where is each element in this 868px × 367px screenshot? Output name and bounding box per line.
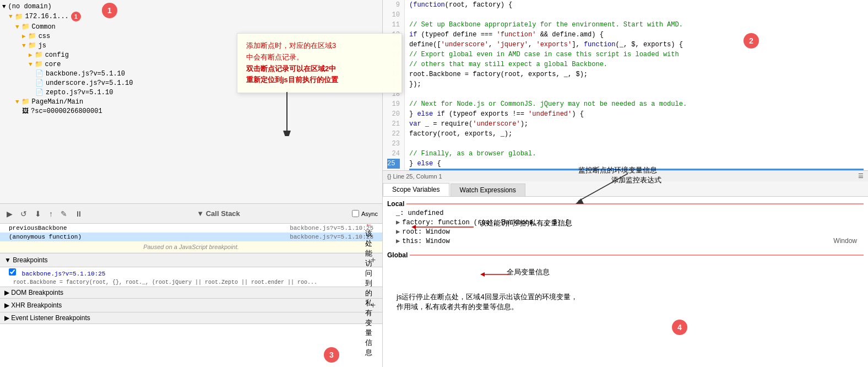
tab-watch-expressions[interactable]: Watch Expressions bbox=[451, 184, 525, 196]
add-xhr-button[interactable]: + bbox=[368, 300, 378, 310]
call-stack-row[interactable]: previousBackbone backbone.js?v=5.1.10:25 bbox=[0, 224, 382, 233]
var-item-this[interactable]: ▶this: Window bbox=[387, 236, 864, 246]
var-item-underscore: _: undefined bbox=[387, 209, 864, 218]
local-underline bbox=[406, 203, 864, 204]
step-into-button[interactable]: ⬇ bbox=[32, 208, 44, 219]
status-text: {} Line 25, Column 1 bbox=[387, 173, 442, 180]
code-line-11: if (typeof define === 'function' && defi… bbox=[409, 30, 864, 40]
code-line-16: }); bbox=[409, 79, 864, 89]
tree-item-pagemain[interactable]: ▼ 📁 PageMain/Main bbox=[0, 97, 382, 106]
add-breakpoint-button[interactable]: + bbox=[368, 255, 378, 265]
global-header: Global bbox=[387, 250, 864, 260]
cs-location: backbone.js?v=5.1.10:25 bbox=[290, 225, 373, 231]
bottom-area: ▶ ↺ ⬇ ↑ ✎ ⏸ ▼ Call Stack Async previousB… bbox=[0, 204, 382, 367]
badge-region-2: 2 bbox=[744, 33, 759, 48]
var-item-factory[interactable]: ▶factory: function (root, Backbone, _, $… bbox=[387, 218, 864, 227]
bp-filename: backbone.js?v=5.1.10:25 bbox=[22, 271, 106, 277]
tree-item-sc[interactable]: 🖼 ?sc=00000266800001 bbox=[0, 106, 382, 116]
code-line-18: // Next for Node.js or CommonJS. jQuery … bbox=[409, 99, 864, 109]
code-line-14: // others that may still expect a global… bbox=[409, 60, 864, 69]
cs-function-name: previousBackbone bbox=[9, 225, 67, 231]
tab-scope-variables[interactable]: Scope Variables bbox=[383, 183, 449, 196]
dom-bp-title: ▶ DOM Breakpoints bbox=[4, 289, 63, 296]
tree-label: ?sc=00000266800001 bbox=[31, 107, 102, 115]
pause-button[interactable]: ⏸ bbox=[73, 208, 85, 219]
code-area: 9 10 11 12 13 14 15 16 17 18 19 20 21 22… bbox=[383, 0, 868, 170]
global-section: Global bbox=[383, 248, 868, 262]
bottom-tabs: Scope Variables Watch Expressions bbox=[383, 181, 868, 197]
tree-label: backbone.js?v=5.1.10 bbox=[46, 70, 125, 78]
play-button[interactable]: ▶ bbox=[4, 208, 15, 219]
code-line-10 bbox=[409, 10, 864, 20]
tree-label: (no domain) bbox=[8, 3, 52, 10]
code-content[interactable]: (function(root, factory) { // Set up Bac… bbox=[405, 0, 868, 170]
breakpoints-section: ▼ Breakpoints + backbone.js?v=5.1.10:25 … bbox=[0, 253, 382, 287]
breakpoint-item: backbone.js?v=5.1.10:25 bbox=[0, 267, 382, 278]
local-label: Local bbox=[387, 200, 404, 208]
folder-icon: ▼ bbox=[15, 99, 19, 105]
dom-breakpoints-header[interactable]: ▶ DOM Breakpoints bbox=[0, 287, 382, 298]
folder-icon: ▼ bbox=[15, 24, 19, 30]
async-label: Async bbox=[361, 211, 378, 217]
local-section: Local _: undefined ▶factory: function (r… bbox=[383, 197, 868, 248]
xhr-breakpoints-header[interactable]: ▶ XHR Breakpoints + bbox=[0, 299, 382, 312]
tree-label: config bbox=[45, 51, 69, 59]
expand-icon: ▼ bbox=[2, 3, 6, 10]
code-line-15: root.Backbone = factory(root, exports, _… bbox=[409, 69, 864, 79]
call-stack-rows: previousBackbone backbone.js?v=5.1.10:25… bbox=[0, 224, 382, 241]
breakpoints-title: ▼ Breakpoints bbox=[4, 256, 48, 264]
call-stack-section: previousBackbone backbone.js?v=5.1.10:25… bbox=[0, 224, 382, 253]
global-label: Global bbox=[387, 251, 408, 259]
global-value: Window bbox=[833, 237, 857, 245]
tree-label: Common bbox=[32, 23, 56, 31]
scrollbar-icon: ☰ bbox=[858, 172, 864, 180]
code-line-9: (function(root, factory) { bbox=[409, 0, 864, 10]
breakpoints-header: ▼ Breakpoints + bbox=[0, 253, 382, 267]
tree-label: 172.16.1... bbox=[25, 13, 69, 20]
code-editor: 9 10 11 12 13 14 15 16 17 18 19 20 21 22… bbox=[383, 0, 868, 170]
folder-icon: ▶ bbox=[29, 51, 32, 58]
tree-item-no-domain[interactable]: ▼ (no domain) bbox=[0, 2, 382, 11]
call-stack-row-selected[interactable]: (anonymous function) backbone.js?v=5.1.1… bbox=[0, 233, 382, 241]
event-breakpoints-header[interactable]: ▶ Event Listener Breakpoints bbox=[0, 312, 382, 323]
async-check[interactable] bbox=[352, 210, 359, 217]
badge-region-4: 4 bbox=[672, 320, 687, 335]
tree-label: js bbox=[39, 42, 46, 50]
code-line-25: root.Backbone = factory(root, {}, root._… bbox=[409, 169, 864, 170]
file-tree: ▼ (no domain) ▼ 📁 172.16.1... 1 ▼ 📁 Comm… bbox=[0, 0, 382, 204]
badge-1: 1 bbox=[71, 12, 81, 21]
code-line-23: // Finally, as a browser global. bbox=[409, 149, 864, 159]
code-line-24: } else { bbox=[409, 159, 864, 169]
var-item-root[interactable]: ▶root: Window bbox=[387, 227, 864, 236]
bp-label[interactable]: backbone.js?v=5.1.10:25 bbox=[9, 271, 105, 277]
callout-box: 添加断点时，对应的在区域3中会有断点记录。 双击断点记录可以在区域2中重新定位到… bbox=[237, 33, 402, 93]
callout-arrow bbox=[270, 92, 303, 136]
global-underline bbox=[410, 255, 864, 256]
code-line-21: factory(root, exports, _); bbox=[409, 129, 864, 139]
event-breakpoints-section: ▶ Event Listener Breakpoints bbox=[0, 312, 382, 324]
dom-breakpoints-section: ▶ DOM Breakpoints bbox=[0, 287, 382, 299]
badge-region-3: 3 bbox=[324, 347, 339, 363]
async-checkbox[interactable]: Async bbox=[352, 210, 378, 217]
tree-item-ip[interactable]: ▼ 📁 172.16.1... 1 bbox=[0, 11, 382, 22]
expand-icon: ▶ bbox=[396, 219, 400, 226]
right-panel: 9 10 11 12 13 14 15 16 17 18 19 20 21 22… bbox=[383, 0, 868, 367]
tree-item-common[interactable]: ▼ 📁 Common bbox=[0, 22, 382, 31]
vars-panel: Local _: undefined ▶factory: function (r… bbox=[383, 197, 868, 367]
folder-icon: ▼ bbox=[22, 42, 26, 49]
bp-checkbox[interactable] bbox=[9, 268, 16, 276]
paused-message: Paused on a JavaScript breakpoint. bbox=[0, 241, 382, 253]
callout-text: 添加断点时，对应的在区域3中会有断点记录。 双击断点记录可以在区域2中重新定位到… bbox=[246, 40, 393, 86]
code-line-19: } else if (typeof exports !== 'undefined… bbox=[409, 109, 864, 119]
step-over-button[interactable]: ↺ bbox=[18, 208, 29, 219]
tree-label: core bbox=[45, 61, 61, 68]
code-line-22 bbox=[409, 139, 864, 149]
folder-icon: ▶ bbox=[22, 33, 26, 40]
deactivate-button[interactable]: ✎ bbox=[58, 208, 69, 219]
cs-function-name: (anonymous function) bbox=[9, 234, 82, 240]
step-out-button[interactable]: ↑ bbox=[47, 208, 55, 219]
bp-code: root.Backbone = factory(root, {}, root._… bbox=[0, 278, 375, 287]
expand-icon: ▶ bbox=[396, 228, 400, 236]
debugger-toolbar: ▶ ↺ ⬇ ↑ ✎ ⏸ ▼ Call Stack Async bbox=[0, 204, 382, 224]
folder-icon: ▼ bbox=[29, 61, 32, 68]
